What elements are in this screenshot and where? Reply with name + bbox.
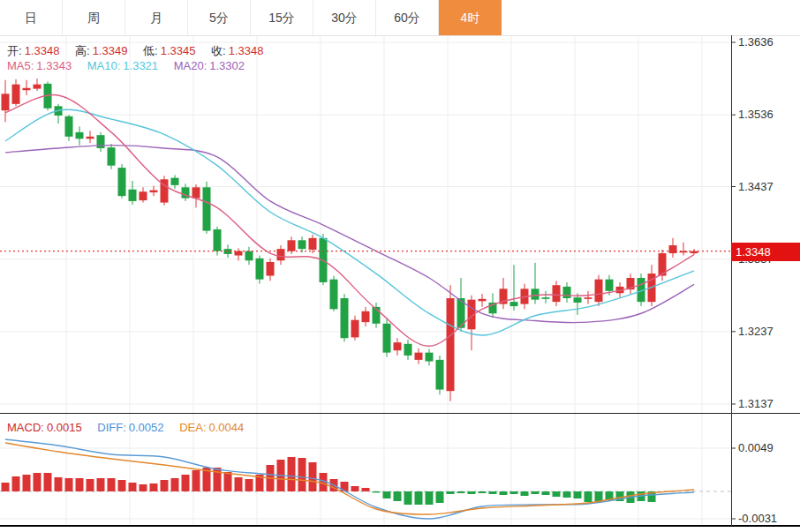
dea-value: 0.0044: [209, 421, 245, 434]
price-tick: 1.3437: [738, 180, 774, 194]
forex-chart-app: 日 周 月 5分 15分 30分 60分 4时 开:1.3348 高:1.334…: [0, 0, 800, 532]
ma10-value: 1.3321: [123, 59, 158, 72]
low-label: 低:: [143, 44, 158, 57]
ma5-value: 1.3343: [36, 59, 72, 72]
macd-tick: -0.0031: [738, 512, 777, 526]
price-tick: 1.3237: [738, 325, 774, 339]
close-label: 收:: [211, 44, 226, 57]
macd-legend: MACD:0.0015 DIFF:0.0052 DEA:0.0044: [7, 421, 246, 434]
current-price-tag: 1.3348: [731, 243, 800, 261]
candlestick-macd-chart[interactable]: [0, 35, 800, 532]
ma5-label: MA5:: [7, 59, 34, 72]
low-value: 1.3345: [161, 44, 196, 57]
macd-value: 0.0015: [47, 421, 82, 434]
tab-30min[interactable]: 30分: [313, 0, 376, 35]
tab-month[interactable]: 月: [125, 0, 188, 35]
macd-label: MACD:: [7, 421, 44, 434]
tab-60min[interactable]: 60分: [376, 0, 439, 35]
diff-label: DIFF:: [97, 421, 126, 434]
tab-5min[interactable]: 5分: [188, 0, 251, 35]
open-label: 开:: [7, 44, 22, 57]
ma10-label: MA10:: [87, 59, 121, 72]
open-value: 1.3348: [25, 44, 60, 57]
high-label: 高:: [75, 44, 90, 57]
ma20-value: 1.3302: [209, 59, 245, 72]
tab-15min[interactable]: 15分: [251, 0, 313, 35]
price-tick: 1.3536: [738, 108, 774, 122]
chart-area[interactable]: 开:1.3348 高:1.3349 低:1.3345 收:1.3348 MA5:…: [0, 35, 800, 532]
tab-week[interactable]: 周: [63, 0, 125, 35]
ohlc-legend: 开:1.3348 高:1.3349 低:1.3345 收:1.3348: [7, 43, 266, 59]
tab-day[interactable]: 日: [0, 0, 63, 35]
close-value: 1.3348: [229, 44, 264, 57]
price-tick: 1.3137: [738, 397, 774, 411]
ma-legend: MA5:1.3343 MA10:1.3321 MA20:1.3302: [7, 59, 247, 72]
tab-4hour[interactable]: 4时: [439, 0, 502, 35]
dea-label: DEA:: [179, 421, 206, 434]
diff-value: 0.0052: [129, 421, 164, 434]
ma20-label: MA20:: [174, 59, 208, 72]
timeframe-tabbar: 日 周 月 5分 15分 30分 60分 4时: [0, 0, 800, 36]
price-tick: 1.3636: [738, 35, 774, 49]
macd-tick: 0.0049: [738, 441, 774, 455]
high-value: 1.3349: [93, 44, 128, 57]
